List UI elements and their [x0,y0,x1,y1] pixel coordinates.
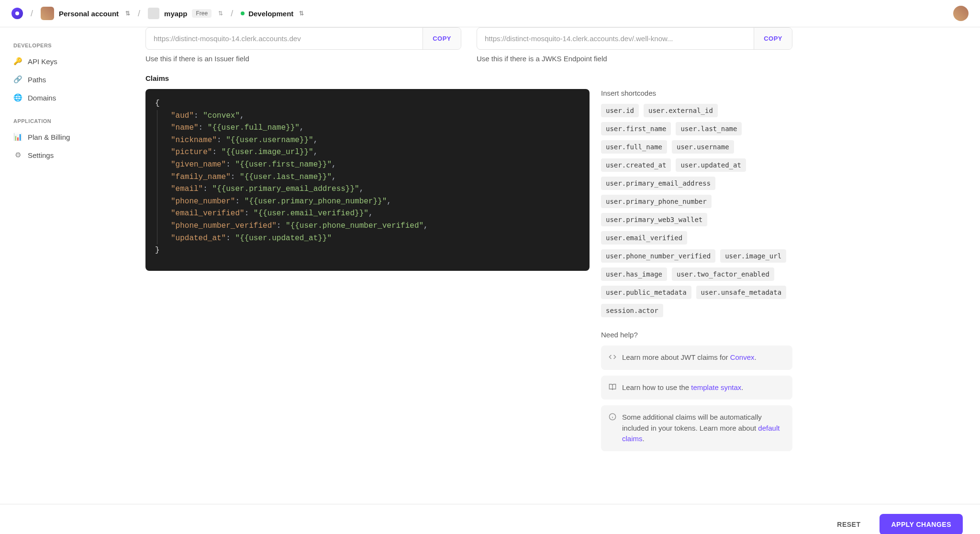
breadcrumb-separator: / [31,9,33,19]
footer-bar: RESET APPLY CHANGES [0,504,980,534]
sidebar-item-label: Paths [28,76,46,84]
copy-jwks-button[interactable]: COPY [754,28,792,49]
chevron-updown-icon: ⇅ [125,10,130,17]
shortcode-chip[interactable]: user.external_id [644,104,718,117]
issuer-input[interactable] [146,28,423,49]
shortcode-chip[interactable]: user.has_image [601,267,667,281]
breadcrumb-separator: / [138,9,140,19]
account-label: Personal account [59,10,119,18]
globe-icon: 🌐 [13,93,22,102]
issuer-field-box: COPY [145,27,461,50]
sidebar-item-label: Plan & Billing [28,133,70,141]
help-text: Learn more about JWT claims for [622,353,730,361]
sidebar-item-label: API Keys [28,57,57,66]
sidebar-item-label: Domains [28,94,56,102]
shortcodes-heading: Insert shortcodes [601,89,792,97]
gear-icon: ⚙ [13,151,22,159]
env-name: Development [248,10,293,18]
apply-changes-button[interactable]: APPLY CHANGES [880,514,963,534]
chevron-updown-icon: ⇅ [299,10,304,17]
sidebar-item-domains[interactable]: 🌐 Domains [8,89,126,107]
shortcode-chip[interactable]: user.primary_email_address [601,177,715,190]
sidebar-item-api-keys[interactable]: 🔑 API Keys [8,52,126,70]
app-logo-icon[interactable] [11,8,23,19]
help-card-default-claims: Some additional claims will be automatic… [601,405,792,451]
help-card-convex: Learn more about JWT claims for Convex. [601,345,792,370]
chevron-updown-icon: ⇅ [218,10,223,17]
shortcode-chip[interactable]: user.last_name [676,122,742,135]
key-icon: 🔑 [13,57,22,66]
sidebar: DEVELOPERS 🔑 API Keys 🔗 Paths 🌐 Domains … [0,27,134,504]
shortcode-chip[interactable]: user.unsafe_metadata [696,286,787,299]
main-content: COPY Use this if there is an Issuer fiel… [134,27,804,504]
breadcrumb-separator: / [231,9,233,19]
top-bar: / Personal account ⇅ / myapp Free ⇅ / De… [0,0,980,27]
sidebar-section-application: APPLICATION [8,114,126,128]
shortcodes-list: user.iduser.external_iduser.first_nameus… [601,104,792,317]
env-status-dot-icon [241,11,245,15]
shortcode-chip[interactable]: user.two_factor_enabled [672,267,774,281]
shortcode-chip[interactable]: user.first_name [601,122,671,135]
app-selector[interactable]: myapp Free ⇅ [148,8,223,19]
jwks-field-box: COPY [477,27,792,50]
code-icon [609,353,616,361]
sidebar-item-paths[interactable]: 🔗 Paths [8,70,126,89]
help-heading: Need help? [601,331,792,339]
convex-link[interactable]: Convex [730,353,755,361]
info-icon [609,413,616,421]
sidebar-item-plan-billing[interactable]: 📊 Plan & Billing [8,128,126,146]
billing-icon: 📊 [13,133,22,141]
app-icon [148,8,159,19]
copy-issuer-button[interactable]: COPY [423,28,461,49]
plan-badge: Free [192,9,212,18]
shortcode-chip[interactable]: user.public_metadata [601,286,691,299]
jwks-input[interactable] [477,28,754,49]
claims-json-editor[interactable]: { "aud": "convex", "name": "{{user.full_… [145,89,590,271]
issuer-helper-text: Use this if there is an Issuer field [145,55,461,63]
environment-selector[interactable]: Development ⇅ [241,10,304,18]
shortcode-chip[interactable]: user.full_name [601,140,667,154]
shortcode-chip[interactable]: session.actor [601,304,663,317]
sidebar-section-developers: DEVELOPERS [8,39,126,52]
account-selector[interactable]: Personal account ⇅ [41,7,130,20]
shortcode-chip[interactable]: user.phone_number_verified [601,249,715,263]
account-avatar-icon [41,7,54,20]
help-card-template: Learn how to use the template syntax. [601,376,792,400]
app-name: myapp [164,10,187,18]
help-text: Learn how to use the [622,383,691,391]
shortcode-chip[interactable]: user.username [672,140,734,154]
shortcode-chip[interactable]: user.id [601,104,639,117]
shortcode-chip[interactable]: user.email_verified [601,231,687,245]
shortcode-chip[interactable]: user.updated_at [676,158,746,172]
shortcode-chip[interactable]: user.primary_phone_number [601,195,712,208]
template-syntax-link[interactable]: template syntax [691,383,741,391]
claims-heading: Claims [145,74,792,82]
jwks-helper-text: Use this if there is a JWKS Endpoint fie… [477,55,792,63]
reset-button[interactable]: RESET [827,515,870,534]
user-avatar[interactable] [953,6,969,21]
book-icon [609,383,616,391]
shortcode-chip[interactable]: user.created_at [601,158,671,172]
sidebar-item-label: Settings [28,151,54,159]
shortcode-chip[interactable]: user.primary_web3_wallet [601,213,707,226]
shortcode-chip[interactable]: user.image_url [720,249,786,263]
help-text: Some additional claims will be automatic… [622,413,762,432]
sidebar-item-settings[interactable]: ⚙ Settings [8,146,126,164]
link-icon: 🔗 [13,75,22,84]
